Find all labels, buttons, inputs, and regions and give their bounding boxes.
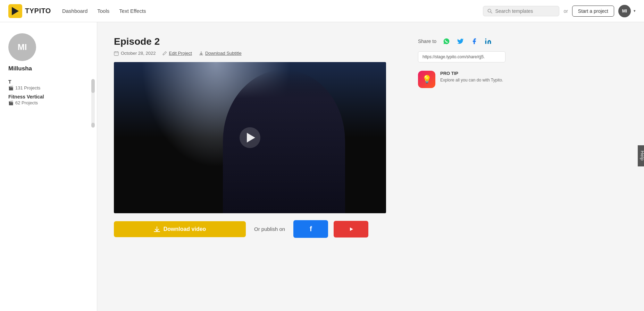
twitter-icon [457,38,464,45]
nav-dashboard[interactable]: Dashboard [62,8,87,14]
logo[interactable]: TYPITO [8,4,51,18]
sidebar-scroll-area: T 🎬 131 Projects Fitness Vertical 🎬 62 P… [8,79,89,105]
share-link-box[interactable]: https://stage.typito.com/share/rjj5. [418,51,505,62]
start-project-button[interactable]: Start a project [572,6,614,17]
whatsapp-icon [443,38,450,45]
nav-text-effects[interactable]: Text Effects [119,8,146,14]
workspace-label-1: T [8,79,89,85]
download-subtitle-label: Download Subtitle [205,51,242,56]
download-subtitle-link[interactable]: Download Subtitle [199,51,242,56]
linkedin-icon [485,38,492,45]
facebook-share-icon [471,38,478,45]
edit-label: Edit Project [169,51,192,56]
share-to-label: Share to [418,38,436,44]
video-icon-2: 🎬 [8,101,14,105]
share-to-row: Share to [418,36,505,46]
nav: Dashboard Tools Text Effects [62,8,483,14]
download-video-label: Download video [164,226,206,232]
pro-tip-content: PRO TIP Explore all you can do with Typi… [440,71,503,83]
scrollbar-thumb-top [91,79,95,93]
pro-tip-icon: 💡 [418,71,435,88]
bottom-actions: Download video Or publish on f [114,220,393,238]
facebook-share-button[interactable] [469,36,479,46]
workspace-count-2: 🎬 62 Projects [8,100,89,105]
download-video-button[interactable]: Download video [114,221,246,237]
search-box[interactable] [483,6,559,16]
workspace-item-2[interactable]: Fitness Vertical 🎬 62 Projects [8,94,89,105]
logo-icon [8,4,22,18]
svg-line-3 [491,12,492,13]
svg-point-12 [485,38,486,40]
sidebar: MI Millusha T 🎬 131 Projects Fitness Ver… [0,22,97,311]
edit-project-link[interactable]: Edit Project [162,51,192,56]
pro-tip-card: 💡 PRO TIP Explore all you can do with Ty… [418,71,505,88]
youtube-publish-button[interactable] [334,221,368,237]
header: TYPITO Dashboard Tools Text Effects or S… [0,0,644,22]
or-publish-label: Or publish on [251,226,288,233]
or-label: or [563,8,568,14]
date-text: October 28, 2022 [121,51,156,56]
logo-text: TYPITO [25,7,51,15]
header-right: or Start a project MI ▾ [483,5,636,17]
video-player[interactable] [114,62,386,213]
svg-rect-4 [114,51,118,55]
facebook-icon: f [310,225,312,233]
facebook-publish-button[interactable]: f [293,220,328,238]
layout: MI Millusha T 🎬 131 Projects Fitness Ver… [0,22,644,311]
nav-tools[interactable]: Tools [97,8,109,14]
project-date: October 28, 2022 [114,51,156,56]
whatsapp-share-button[interactable] [441,36,452,46]
workspace-item-1[interactable]: T 🎬 131 Projects [8,79,89,90]
download-subtitle-icon [199,51,203,55]
pro-tip-description: Explore all you can do with Typito. [440,77,503,83]
linkedin-share-button[interactable] [483,36,493,46]
scrollbar-thumb-bottom [91,123,95,128]
project-meta: October 28, 2022 Edit Project Download S… [114,51,393,56]
search-input[interactable] [495,8,555,14]
avatar: MI [8,33,36,61]
user-dropdown-arrow[interactable]: ▾ [634,9,636,13]
workspace-count-text-1: 131 Projects [15,85,40,90]
pro-tip-title: PRO TIP [440,71,503,76]
calendar-icon [114,51,119,56]
play-icon [247,133,255,142]
share-icons [441,36,493,46]
workspace-count-text-2: 62 Projects [15,100,38,105]
video-icon-1: 🎬 [8,86,14,90]
workspace-count-1: 🎬 131 Projects [8,85,89,90]
help-tab[interactable]: Help [638,145,644,166]
twitter-share-button[interactable] [455,36,466,46]
sidebar-username: Millusha [8,65,89,72]
edit-icon [162,51,167,55]
play-button[interactable] [240,127,260,148]
search-icon [487,9,492,14]
project-title: Episode 2 [114,36,393,47]
right-panel: Share to [410,22,514,311]
workspace-label-2: Fitness Vertical [8,94,89,100]
user-avatar-button[interactable]: MI [618,5,631,17]
download-video-icon [154,226,160,232]
youtube-icon [346,226,356,233]
main-content: Episode 2 October 28, 2022 Edit Project [97,22,410,311]
sidebar-scrollbar[interactable] [91,79,95,128]
